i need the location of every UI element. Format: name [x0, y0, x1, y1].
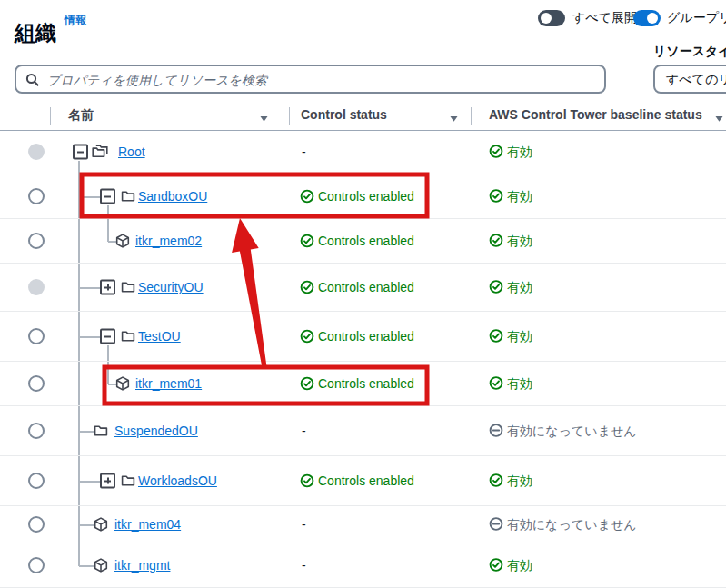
- status-success-icon: [489, 189, 503, 204]
- account-cube-icon: [94, 558, 108, 573]
- tree-branch-line: [79, 565, 94, 567]
- row-radio-button[interactable]: [28, 423, 45, 439]
- column-divider: [50, 107, 51, 125]
- resource-link[interactable]: Root: [118, 145, 145, 159]
- resource-link[interactable]: itkr_mgmt: [114, 558, 170, 573]
- expand-all-toggle[interactable]: [538, 10, 565, 26]
- resource-link[interactable]: WorkloadsOU: [138, 473, 217, 488]
- tree-branch-line: [79, 287, 100, 289]
- control-status-text: Controls enabled: [318, 189, 414, 204]
- baseline-status-text: 有効: [507, 558, 532, 573]
- resource-search: [15, 65, 606, 94]
- resource-link[interactable]: itkr_mem01: [135, 376, 202, 391]
- status-success-icon: [489, 376, 503, 391]
- info-link[interactable]: 情報: [65, 13, 86, 28]
- sort-caret-icon[interactable]: [449, 111, 459, 127]
- toggle-knob: [541, 13, 552, 24]
- search-input[interactable]: [45, 67, 599, 93]
- expand-all-label: すべて展開: [572, 10, 637, 26]
- account-cube-icon: [94, 517, 108, 532]
- row-radio-button[interactable]: [28, 233, 45, 249]
- folder-icon: [121, 189, 135, 204]
- resource-link[interactable]: SandboxOU: [138, 189, 207, 204]
- tree-branch-line: [79, 431, 94, 433]
- control-status-text: Controls enabled: [318, 376, 414, 391]
- row-radio-button[interactable]: [28, 375, 45, 392]
- control-status-text: -: [302, 517, 306, 532]
- baseline-status-text: 有効になっていません: [507, 424, 637, 438]
- tree-branch-line: [79, 336, 100, 338]
- root-folder-icon: [92, 145, 109, 160]
- sort-caret-icon[interactable]: [259, 111, 269, 127]
- search-icon: [25, 73, 40, 87]
- table-row: itkr_mem01Controls enabled有効: [0, 362, 726, 406]
- row-radio-button: [28, 279, 45, 295]
- baseline-status-text: 有効: [507, 280, 532, 294]
- row-radio-button[interactable]: [28, 557, 45, 573]
- tree-branch-line: [79, 196, 100, 198]
- group-list-label: グループリ: [667, 10, 726, 26]
- status-success-icon: [300, 376, 314, 391]
- row-radio-button: [28, 144, 45, 160]
- control-status-text: Controls enabled: [318, 280, 414, 294]
- row-radio-button[interactable]: [28, 328, 45, 344]
- status-success-icon: [300, 189, 314, 204]
- row-radio-button[interactable]: [28, 188, 45, 204]
- resource-link[interactable]: itkr_mem04: [114, 517, 181, 532]
- status-success-icon: [300, 329, 314, 344]
- table-row: TestOUControls enabled有効: [0, 312, 726, 362]
- page-title: 組織: [15, 19, 56, 47]
- organizations-page: 組織 情報 すべて展開 グループリ リソースタイ すべてのリ 名前 Contro…: [0, 0, 726, 588]
- baseline-status-text: 有効: [507, 473, 532, 488]
- account-cube-icon: [115, 234, 130, 248]
- status-success-icon: [489, 145, 503, 159]
- collapse-toggle-icon[interactable]: [100, 329, 115, 344]
- resource-type-select[interactable]: すべてのリ: [653, 65, 726, 94]
- row-radio-button[interactable]: [28, 473, 45, 489]
- column-header-control-status: Control status: [301, 107, 387, 122]
- resource-link[interactable]: itkr_mem02: [135, 234, 202, 248]
- status-success-icon: [300, 234, 314, 248]
- toggle-knob: [647, 13, 658, 24]
- baseline-status-text: 有効: [507, 145, 532, 159]
- sort-caret-icon[interactable]: [714, 111, 724, 127]
- account-cube-icon: [115, 376, 130, 391]
- expand-toggle-icon[interactable]: [100, 280, 115, 295]
- baseline-status-text: 有効: [507, 189, 532, 204]
- group-list-toggle[interactable]: [633, 10, 661, 26]
- status-success-icon: [489, 280, 503, 294]
- resource-link[interactable]: SuspendedOU: [114, 424, 198, 438]
- resource-link[interactable]: SecurityOU: [138, 280, 204, 294]
- column-header-baseline-status: AWS Control Tower baseline status: [489, 107, 702, 122]
- folder-icon: [94, 424, 108, 438]
- control-status-text: -: [302, 558, 306, 573]
- control-status-text: -: [302, 145, 306, 159]
- collapse-toggle-icon[interactable]: [100, 189, 115, 204]
- folder-icon: [121, 473, 135, 488]
- control-status-text: Controls enabled: [318, 234, 414, 248]
- status-success-icon: [489, 558, 503, 573]
- status-success-icon: [489, 329, 503, 344]
- baseline-status-text: 有効: [507, 376, 532, 391]
- table-row: itkr_mgmt-有効: [0, 543, 726, 588]
- status-success-icon: [300, 473, 314, 488]
- row-radio-button[interactable]: [28, 516, 45, 533]
- baseline-status-text: 有効になっていません: [507, 517, 637, 532]
- control-status-text: Controls enabled: [318, 329, 414, 344]
- expand-toggle-icon[interactable]: [100, 473, 115, 489]
- column-header-name: 名前: [68, 107, 94, 124]
- folder-icon: [121, 329, 135, 344]
- resource-type-label: リソースタイ: [653, 44, 726, 60]
- collapse-toggle-icon[interactable]: [73, 145, 88, 160]
- table-row: WorkloadsOUControls enabled有効: [0, 456, 726, 506]
- folder-icon: [121, 280, 135, 294]
- resource-link[interactable]: TestOU: [138, 329, 181, 344]
- table-row: SecurityOUControls enabled有効: [0, 264, 726, 312]
- table-row: Root-有効: [0, 130, 726, 174]
- column-divider: [289, 107, 290, 125]
- baseline-status-text: 有効: [507, 234, 532, 248]
- table-row: SandboxOUControls enabled有効: [0, 174, 726, 219]
- table-row: itkr_mem04-有効になっていません: [0, 506, 726, 543]
- table-header: 名前 Control status AWS Control Tower base…: [0, 102, 726, 131]
- status-stopped-icon: [489, 517, 503, 532]
